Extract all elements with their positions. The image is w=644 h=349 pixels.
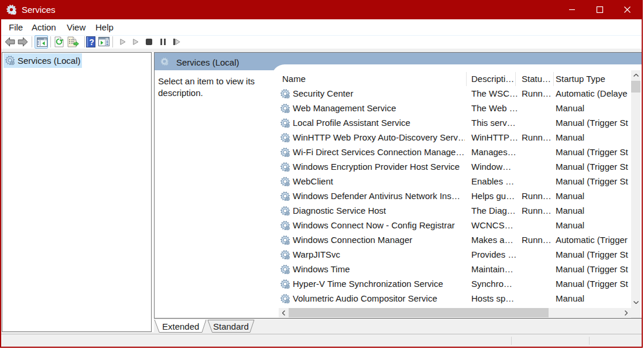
svg-text:?: ? xyxy=(89,37,94,47)
